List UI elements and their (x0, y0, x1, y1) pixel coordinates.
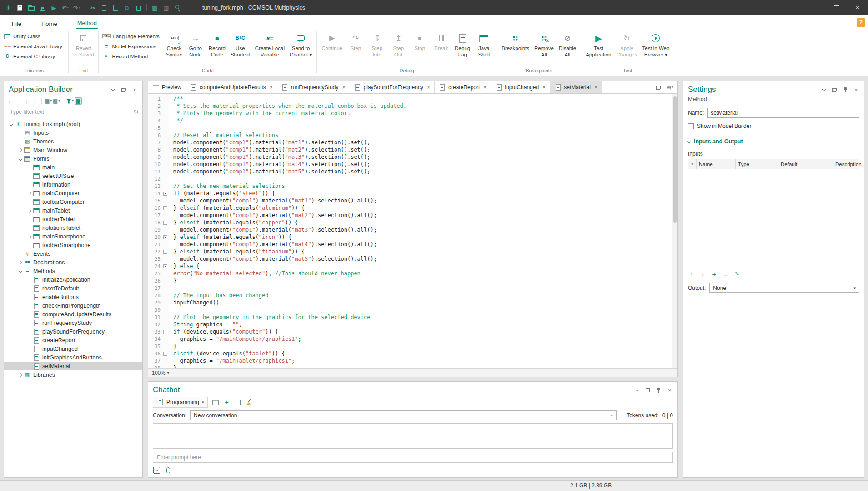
delete-table-icon[interactable]: ▦ (161, 4, 172, 11)
tree-item-toolbarcomputer[interactable]: toolbarComputer (4, 197, 142, 206)
ribbon-tab-home[interactable]: Home (40, 18, 58, 29)
ribbon-tab-file[interactable]: File (11, 18, 22, 29)
paste-icon[interactable] (110, 4, 121, 11)
editor-tab-createreport[interactable]: createReport× (435, 81, 491, 93)
tree-item-enablebuttons[interactable]: enableButtons (4, 293, 142, 301)
test-application-button[interactable]: ▶Test Application (583, 30, 613, 58)
utility-class-button[interactable]: Utility Class (2, 32, 64, 40)
attach-icon[interactable] (165, 466, 172, 474)
language-elements-button[interactable]: ABCLanguage Elements (101, 32, 161, 40)
copy-icon[interactable] (99, 4, 110, 11)
inputs-and-output-section-header[interactable]: Inputs and Output (683, 132, 864, 148)
check-syntax-button[interactable]: ABC✓Check Syntax (164, 30, 185, 58)
duplicate-icon[interactable]: ⧉ (121, 4, 133, 11)
fold-toggle-icon[interactable] (162, 204, 169, 212)
tree-item-inputchanged[interactable]: inputChanged (4, 344, 142, 353)
tree-item-libraries[interactable]: ▦Libraries (4, 370, 142, 379)
record-code-button[interactable]: ●Record Code (206, 30, 228, 58)
close-button[interactable] (847, 0, 868, 15)
disable-all-button[interactable]: ⊘Disable All (557, 30, 578, 58)
tree-item-notationstablet[interactable]: notationsTablet (4, 223, 142, 232)
editor-menu-icon[interactable]: ▤▾ (666, 84, 673, 91)
tree-item-runfrequencystudy[interactable]: runFrequencyStudy (4, 319, 142, 327)
mode-selector[interactable]: Programming ▾ (153, 397, 208, 408)
column-header-description[interactable]: Description (833, 159, 864, 169)
send-icon[interactable] (153, 466, 160, 474)
fold-toggle-icon[interactable] (162, 190, 169, 197)
maximize-button[interactable] (826, 0, 847, 15)
editor-horizontal-scrollbar[interactable] (173, 369, 677, 377)
tree-item-main[interactable]: main (4, 163, 142, 172)
tree-item-setmaterial[interactable]: setMaterial (4, 362, 142, 370)
show-in-model-builder-option[interactable]: Show in Model Builder (683, 120, 864, 132)
expand-arrow-icon[interactable] (26, 207, 33, 214)
fold-toggle-icon[interactable] (162, 233, 169, 241)
close-panel-icon[interactable]: × (131, 86, 138, 93)
chat-window-icon[interactable] (212, 399, 219, 406)
editor-vertical-scrollbar[interactable] (672, 94, 677, 368)
output-select[interactable]: None ▾ (709, 283, 859, 293)
back-icon[interactable]: ← (7, 97, 14, 105)
filter-icon[interactable]: ▾ (66, 97, 74, 105)
column-header-name[interactable]: Name (697, 159, 736, 169)
delete-conversation-icon[interactable] (235, 399, 242, 406)
add-icon[interactable]: + (711, 270, 718, 278)
undo-icon[interactable]: ↶▾ (60, 4, 71, 11)
use-shortcut-button[interactable]: B+CUse Shortcut (228, 30, 252, 58)
fold-toggle-icon[interactable] (162, 248, 169, 255)
code-editor[interactable]: 1/**2 * Sets the material properties whe… (148, 94, 672, 368)
editor-tab-runfrequencystudy[interactable]: runFrequencyStudy× (277, 81, 350, 93)
editor-tab-setmaterial[interactable]: setMaterial× (550, 81, 602, 93)
collapse-arrow-icon[interactable] (8, 121, 15, 127)
tree-item-declarations[interactable]: a=Declarations (4, 258, 142, 267)
test-in-web-browser-button[interactable]: Test in Web Browser ▾ (640, 30, 672, 58)
expand-arrow-icon[interactable] (26, 233, 33, 240)
float-panel-icon[interactable] (831, 86, 838, 93)
clear-conversation-icon[interactable] (246, 399, 253, 406)
close-tab-icon[interactable]: × (427, 84, 430, 91)
delete-icon[interactable] (133, 4, 144, 11)
record-method-button[interactable]: ●Record Method (101, 52, 161, 61)
tree-item-createreport[interactable]: createReport (4, 336, 142, 344)
float-panel-icon[interactable] (644, 386, 652, 394)
inputs-table-body[interactable] (688, 169, 859, 267)
editor-tab-playsoundforfrequency[interactable]: playSoundForFrequency× (350, 81, 435, 93)
run-application-icon[interactable]: ▶ (48, 4, 60, 11)
model-expressions-button[interactable]: ≡Model Expressions (101, 42, 161, 51)
tree-item-mainsmartphone[interactable]: mainSmartphone (4, 232, 142, 241)
forward-icon[interactable]: → (15, 97, 22, 105)
table-view-icon[interactable]: ▦▾ (45, 97, 52, 105)
tree-item-forms[interactable]: Forms (4, 154, 142, 163)
tree-item-selectuisize[interactable]: selectUISize (4, 172, 142, 180)
debug-log-button[interactable]: Debug Log (452, 30, 473, 58)
remove-all-button[interactable]: Remove All (532, 30, 556, 58)
tree-item-checkfindpronglength[interactable]: checkFindProngLength (4, 301, 142, 310)
move-down-icon[interactable]: ↓ (699, 270, 707, 278)
new-file-icon[interactable] (14, 4, 25, 11)
external-c-library-button[interactable]: CExternal C Library (2, 52, 64, 61)
tree-item-tuning-fork-mph-root[interactable]: ✳tuning_fork.mph (root) (4, 120, 142, 128)
java-shell-button[interactable]: Java Shell (473, 30, 494, 58)
fold-toggle-icon[interactable] (162, 219, 169, 226)
fold-toggle-icon[interactable] (162, 328, 169, 335)
cut-icon[interactable]: ✂ (87, 4, 99, 11)
prompt-input[interactable] (153, 452, 673, 463)
close-panel-icon[interactable]: × (666, 386, 673, 394)
panel-menu-icon[interactable] (633, 386, 641, 394)
fold-toggle-icon[interactable] (162, 263, 169, 270)
go-to-node-button[interactable]: →Go to Node (185, 30, 206, 58)
move-down-icon[interactable]: ↓ (31, 97, 39, 105)
expand-arrow-icon[interactable] (17, 259, 24, 266)
properties-icon[interactable]: ≡ (722, 270, 729, 278)
collapse-arrow-icon[interactable] (17, 155, 24, 162)
panel-menu-icon[interactable] (109, 86, 116, 93)
new-conversation-icon[interactable]: + (223, 399, 231, 406)
float-editor-icon[interactable] (655, 84, 662, 91)
name-input[interactable] (707, 108, 859, 118)
edit-icon[interactable]: ✎ (733, 270, 741, 278)
create-local-variable-button[interactable]: a=Create Local Variable (253, 30, 287, 58)
collapse-section-icon[interactable] (687, 140, 691, 143)
insert-table-icon[interactable]: ▦ (149, 4, 161, 11)
open-file-icon[interactable] (25, 4, 37, 11)
panel-menu-icon[interactable] (820, 86, 827, 93)
